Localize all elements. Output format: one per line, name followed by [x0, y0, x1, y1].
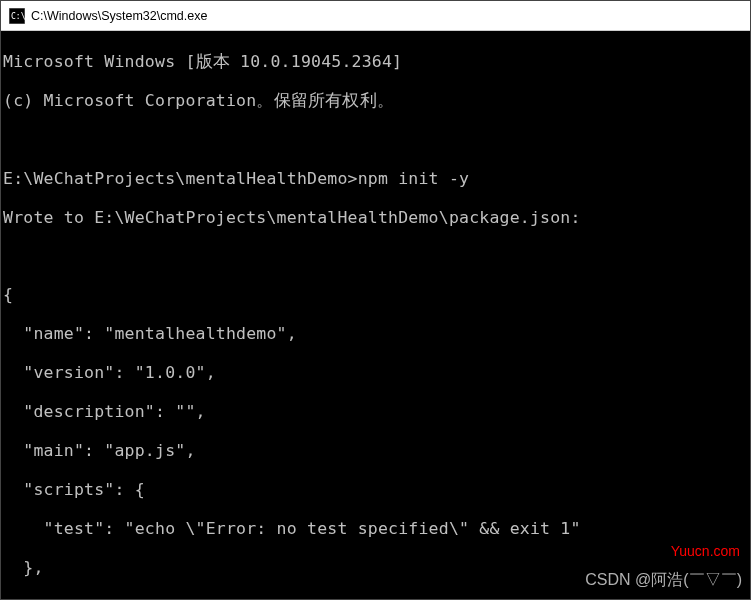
output-line: "name": "mentalhealthdemo", [3, 324, 748, 343]
cmd-icon: C:\ [9, 8, 25, 24]
output-line: "main": "app.js", [3, 441, 748, 460]
window-titlebar[interactable]: C:\ C:\Windows\System32\cmd.exe [1, 1, 750, 31]
watermark-author: CSDN @阿浩(￣▽￣) [585, 570, 742, 591]
prompt-command-line: E:\WeChatProjects\mentalHealthDemo>npm i… [3, 169, 748, 188]
output-line: "scripts": { [3, 480, 748, 499]
output-line: "description": "", [3, 402, 748, 421]
output-line: (c) Microsoft Corporation。保留所有权利。 [3, 91, 748, 110]
output-line: Wrote to E:\WeChatProjects\mentalHealthD… [3, 208, 748, 227]
output-line: "keywords": [], [3, 597, 748, 600]
window-title: C:\Windows\System32\cmd.exe [31, 9, 207, 23]
output-line [3, 130, 748, 149]
output-line: Microsoft Windows [版本 10.0.19045.2364] [3, 52, 748, 71]
watermark-site: Yuucn.com [671, 543, 740, 559]
output-line: "version": "1.0.0", [3, 363, 748, 382]
output-line: { [3, 285, 748, 304]
svg-text:C:\: C:\ [11, 12, 25, 21]
terminal-output[interactable]: Microsoft Windows [版本 10.0.19045.2364] (… [1, 31, 750, 600]
output-line: "test": "echo \"Error: no test specified… [3, 519, 748, 538]
output-line [3, 247, 748, 266]
